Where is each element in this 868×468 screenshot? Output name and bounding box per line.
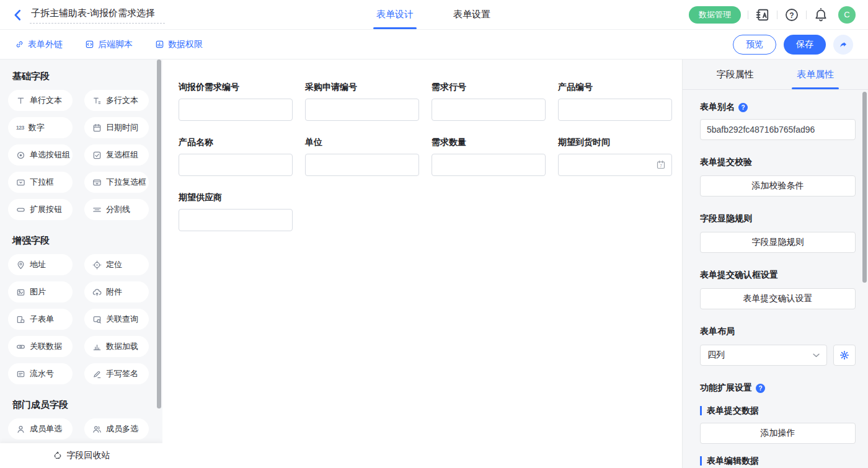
function-extension-label: 功能扩展设置 xyxy=(700,382,752,394)
svg-text:7: 7 xyxy=(660,164,662,168)
canvas-field-expected-supplier[interactable]: 期望供应商 xyxy=(179,192,293,231)
field-label: 采购申请编号 xyxy=(305,82,419,93)
canvas-field-expected-arrival[interactable]: 期望到货时间 7 xyxy=(558,137,672,176)
form-alias-label: 表单别名 xyxy=(700,102,735,113)
section-title-enhanced-fields: 增强字段 xyxy=(12,235,162,247)
field-label: 产品编号 xyxy=(558,82,672,93)
locate-icon xyxy=(92,260,102,270)
field-type-datetime[interactable]: 日期时间 xyxy=(84,117,149,138)
canvas-field-inquiry-no[interactable]: 询报价需求编号 xyxy=(179,82,293,121)
field-type-address[interactable]: 地址 xyxy=(8,254,73,275)
pill-label: 成员单选 xyxy=(30,423,62,435)
sidebar-scrollbar[interactable] xyxy=(157,60,161,408)
field-type-extend-button[interactable]: 扩展按钮 xyxy=(8,199,73,220)
panel-scrollbar[interactable] xyxy=(862,92,867,283)
calendar-icon: 7 xyxy=(656,160,666,170)
field-type-member-multi[interactable]: 成员多选 xyxy=(84,418,149,439)
form-external-link-button[interactable]: 表单外链 xyxy=(15,39,63,50)
field-type-number[interactable]: 123 数字 xyxy=(8,117,73,138)
field-type-subform[interactable]: 子表单 xyxy=(8,309,73,330)
form-alias-input[interactable]: 5bafb292fc48716b765fad96 xyxy=(700,119,856,140)
field-type-checkbox-group[interactable]: 复选框组 xyxy=(84,144,149,166)
canvas-field-product-no[interactable]: 产品编号 xyxy=(558,82,672,121)
canvas-field-product-name[interactable]: 产品名称 xyxy=(179,137,293,176)
field-input[interactable] xyxy=(179,154,293,176)
canvas-field-purchase-request-no[interactable]: 采购申请编号 xyxy=(305,82,419,121)
field-type-select[interactable]: 下拉框 xyxy=(8,172,73,193)
tab-form-design[interactable]: 表单设计 xyxy=(376,0,414,29)
avatar[interactable]: C xyxy=(838,6,856,24)
field-type-data-load[interactable]: 数据加载 xyxy=(84,336,149,357)
help-button[interactable]: ? xyxy=(784,7,799,22)
field-input[interactable] xyxy=(432,154,546,176)
pill-label: 地址 xyxy=(30,259,46,270)
field-input[interactable] xyxy=(305,99,419,121)
field-type-single-line-text[interactable]: 单行文本 xyxy=(8,90,73,111)
select-icon xyxy=(16,178,25,187)
field-type-image[interactable]: 图片 xyxy=(8,281,73,302)
field-type-member-single[interactable]: 成员单选 xyxy=(8,418,73,439)
linked-data-icon xyxy=(16,342,25,351)
top-bar-right: 数据管理 ? C xyxy=(490,0,868,29)
form-title[interactable]: 子拆主辅助表-询报价需求选择 xyxy=(30,6,165,24)
tab-form-properties[interactable]: 表单属性 xyxy=(776,60,856,89)
submit-confirm-settings-label: 表单提交确认框设置 xyxy=(700,270,856,281)
canvas-field-demand-qty[interactable]: 需求数量 xyxy=(432,137,546,176)
date-field-input[interactable]: 7 xyxy=(558,154,672,176)
svg-text:?: ? xyxy=(789,11,794,19)
back-button[interactable] xyxy=(11,8,25,22)
share-button[interactable] xyxy=(833,35,853,55)
field-type-multiline-text[interactable]: 多行文本 xyxy=(84,90,149,111)
save-button[interactable]: 保存 xyxy=(784,35,826,55)
help-question-icon[interactable] xyxy=(756,384,765,393)
tab-form-settings[interactable]: 表单设置 xyxy=(453,0,490,29)
permission-icon xyxy=(155,40,164,49)
form-submit-data-label: 表单提交数据 xyxy=(700,406,856,415)
enhanced-fields-grid: 地址 定位 图片 附件 xyxy=(8,254,162,384)
preview-button[interactable]: 预览 xyxy=(733,35,776,55)
backend-script-button[interactable]: 后端脚本 xyxy=(85,39,133,50)
field-visibility-rules-button[interactable]: 字段显隐规则 xyxy=(700,232,856,253)
field-input[interactable] xyxy=(179,99,293,121)
field-input[interactable] xyxy=(558,99,672,121)
help-question-icon[interactable] xyxy=(738,103,748,112)
field-type-multi-select[interactable]: 下拉复选框 xyxy=(84,172,149,193)
field-recycle-bin[interactable]: 字段回收站 xyxy=(0,443,162,468)
notifications-button[interactable] xyxy=(813,7,828,22)
field-type-linked-data[interactable]: 关联数据 xyxy=(8,336,73,357)
field-type-linked-query[interactable]: 关联查询 xyxy=(84,309,149,330)
pill-label: 单行文本 xyxy=(30,95,62,106)
member-multi-icon xyxy=(92,425,102,434)
field-type-location[interactable]: 定位 xyxy=(84,254,149,275)
field-input[interactable] xyxy=(305,154,419,176)
field-type-divider-line[interactable]: 分割线 xyxy=(84,199,149,220)
toolbar-link-label: 数据权限 xyxy=(168,39,203,50)
section-title-basic-fields: 基础字段 xyxy=(12,71,162,82)
data-manage-button[interactable]: 数据管理 xyxy=(689,6,741,24)
form-layout-select[interactable]: 四列 xyxy=(700,345,827,366)
field-type-serial-number[interactable]: 流水号 xyxy=(8,363,73,384)
field-type-signature[interactable]: 手写签名 xyxy=(84,363,149,384)
canvas-field-unit[interactable]: 单位 xyxy=(305,137,419,176)
canvas-field-demand-line-no[interactable]: 需求行号 xyxy=(432,82,546,121)
form-edit-data-label: 表单编辑数据 xyxy=(700,456,856,466)
contacts-book-button[interactable] xyxy=(755,7,770,22)
tab-field-properties[interactable]: 字段属性 xyxy=(695,60,776,89)
layout-settings-button[interactable] xyxy=(833,345,856,366)
field-input[interactable] xyxy=(179,209,293,231)
separator xyxy=(748,11,748,19)
submit-confirm-settings-button[interactable]: 表单提交确认设置 xyxy=(700,288,856,309)
divider-icon xyxy=(92,205,102,214)
linked-query-icon xyxy=(92,315,102,324)
field-type-attachment[interactable]: 附件 xyxy=(84,281,149,302)
datetime-icon xyxy=(92,123,102,133)
submit-data-add-action-button[interactable]: 添加操作 xyxy=(700,423,856,444)
attachment-icon xyxy=(92,288,102,297)
chevron-left-icon xyxy=(11,8,25,22)
field-type-radio-group[interactable]: 单选按钮组 xyxy=(8,144,73,166)
field-label: 需求行号 xyxy=(432,82,546,93)
add-validation-condition-button[interactable]: 添加校验条件 xyxy=(700,175,856,196)
field-input[interactable] xyxy=(432,99,546,121)
header-tabs: 表单设计 表单设置 xyxy=(376,0,490,29)
data-permission-button[interactable]: 数据权限 xyxy=(155,39,203,50)
